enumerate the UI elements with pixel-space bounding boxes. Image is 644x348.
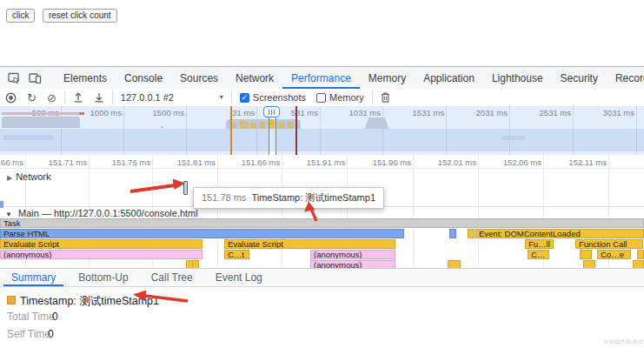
divider	[112, 91, 113, 104]
clear-icon[interactable]: ⊘	[47, 92, 56, 104]
tab-memory[interactable]: Memory	[360, 67, 415, 89]
detail-ruler-label: 152.06 ms	[503, 157, 541, 167]
record-icon[interactable]	[5, 92, 17, 104]
flame-bar-c[interactable]: C…	[528, 250, 549, 259]
overview-dim-right	[276, 106, 644, 155]
tab-recorder[interactable]: Recorder	[607, 67, 644, 89]
tab-security[interactable]: Security	[552, 67, 607, 89]
collapsed-triangle-icon: ▶	[7, 174, 12, 182]
trash-icon[interactable]	[381, 92, 390, 103]
flame-bar[interactable]	[633, 260, 644, 268]
tab-lighthouse[interactable]: Lighthouse	[483, 67, 552, 89]
divider	[372, 91, 373, 104]
flame-bar-evaluate-script[interactable]: Evaluate Script	[224, 239, 395, 249]
flame-bar[interactable]	[192, 260, 199, 268]
devtools-tab-bar: ElementsConsoleSourcesNetworkPerformance…	[0, 67, 644, 90]
tooltip-time: 151.78 ms	[202, 192, 246, 203]
flame-bar[interactable]	[468, 229, 475, 238]
timestamp-event-marker[interactable]	[183, 181, 188, 195]
chevron-down-icon: ▾	[220, 94, 223, 101]
page-button-row: click reset click count	[6, 6, 121, 23]
tooltip-text: TimeStamp: 测试timeStamp1	[251, 192, 375, 203]
save-profile-icon[interactable]	[94, 92, 104, 103]
flame-bar-evaluate-script[interactable]: Evaluate Script	[0, 239, 202, 249]
load-marker-line	[295, 106, 297, 155]
flame-bar[interactable]	[637, 250, 644, 259]
checkbox-checked-icon: ✓	[240, 93, 249, 103]
tab-application[interactable]: Application	[415, 67, 483, 89]
timeline-detail-pane[interactable]: 151.66 ms151.71 ms151.76 ms151.81 ms151.…	[0, 155, 644, 268]
bottom-tab-event-log[interactable]: Event Log	[208, 269, 270, 286]
main-thread-section-header[interactable]: ▼ Main — http://127.0.0.1:5500/console.h…	[5, 208, 198, 218]
checkbox-unchecked-icon	[316, 93, 326, 103]
network-section-header[interactable]: ▶Network	[7, 171, 51, 182]
detail-ruler-label: 151.71 ms	[49, 157, 87, 167]
timeline-overview[interactable]: 500 ms1000 ms1500 ms31 ms531 ms1031 ms15…	[0, 106, 644, 155]
detail-gridline	[413, 155, 414, 268]
bottom-tab-bottom-up[interactable]: Bottom-Up	[70, 269, 136, 286]
detail-gridline	[282, 155, 282, 268]
profile-select-value: 127.0.0.1 #2	[121, 93, 174, 103]
summary-title: Timestamp: 测试timeStamp1	[20, 294, 159, 309]
tab-console[interactable]: Console	[116, 67, 171, 89]
self-time-value: 0	[48, 328, 54, 340]
flame-bar[interactable]	[449, 229, 456, 238]
screenshots-checkbox[interactable]: ✓ Screenshots	[240, 93, 306, 103]
flame-bar-fu-ll[interactable]: Fu…ll	[525, 239, 554, 249]
detail-gridline	[217, 155, 218, 268]
tab-performance[interactable]: Performance	[282, 67, 360, 89]
timestamp-color-swatch	[7, 296, 16, 304]
flame-bar-function-call[interactable]: Function Call	[575, 239, 643, 249]
toggle-device-toolbar-icon[interactable]	[29, 73, 42, 84]
bottom-tab-call-tree[interactable]: Call Tree	[143, 269, 201, 286]
performance-toolbar: ↻ ⊘ 127.0.0.1 #2 ▾ ✓ Screenshots Memory	[0, 89, 644, 107]
flame-bar-anonymous[interactable]: (anonymous)	[310, 250, 395, 259]
tab-sources[interactable]: Sources	[171, 67, 227, 89]
detail-ruler-label: 151.86 ms	[242, 157, 280, 167]
detail-ruler-label: 151.76 ms	[112, 157, 150, 167]
flame-bar-parse-html[interactable]: Parse HTML	[0, 229, 404, 238]
tab-network[interactable]: Network	[227, 67, 282, 89]
reload-and-record-icon[interactable]: ↻	[27, 92, 37, 104]
total-time-value: 0	[52, 311, 58, 323]
flame-bar-co-e[interactable]: Co…e	[597, 250, 631, 259]
devtools-panel: ElementsConsoleSourcesNetworkPerformance…	[0, 66, 644, 348]
details-tab-bar: SummaryBottom-UpCall TreeEvent Log	[0, 268, 644, 287]
detail-ruler-label: 151.91 ms	[307, 157, 345, 167]
memory-checkbox[interactable]: Memory	[316, 93, 364, 103]
divider	[64, 91, 65, 104]
network-request-fragment	[0, 201, 3, 208]
inspect-element-icon[interactable]	[8, 72, 20, 84]
flame-bar-event-domcontentloaded[interactable]: Event: DOMContentLoaded	[475, 229, 644, 238]
flame-bar-anonymous[interactable]: (anonymous)	[0, 250, 202, 259]
flame-bar[interactable]	[580, 250, 592, 259]
expanded-triangle-icon: ▼	[5, 211, 12, 218]
flame-bar-anonymous[interactable]: (anonymous)	[310, 260, 395, 268]
timestamp-marker-line	[230, 106, 232, 155]
flame-bar-task[interactable]: Task	[0, 218, 644, 228]
bottom-tab-summary[interactable]: Summary	[3, 269, 63, 286]
flame-bar[interactable]	[583, 260, 595, 268]
detail-ruler-label: 152.11 ms	[568, 157, 607, 167]
timestamp-tooltip: 151.78 msTimeStamp: 测试timeStamp1	[193, 187, 384, 209]
summary-panel: Timestamp: 测试timeStamp1 Total Time 0 Sel…	[0, 287, 644, 348]
selection-window-handle[interactable]	[263, 106, 280, 117]
detail-ruler-label: 151.96 ms	[373, 157, 411, 167]
flame-bar[interactable]	[448, 260, 461, 268]
divider	[231, 91, 232, 104]
click-button[interactable]: click	[6, 9, 35, 23]
detail-ruler-label: 151.81 ms	[177, 157, 216, 167]
flame-bar-c-t[interactable]: C…t	[224, 250, 249, 259]
detail-ruler-label: 152.01 ms	[438, 157, 476, 167]
overview-dim-left	[0, 106, 269, 155]
self-time-label: Self Time	[7, 328, 50, 340]
watermark: ＠前端性能调试笔记	[603, 338, 644, 346]
total-time-label: Total Time	[7, 311, 55, 323]
reset-click-count-button[interactable]: reset click count	[43, 9, 117, 23]
load-profile-icon[interactable]	[73, 92, 83, 103]
profile-select[interactable]: 127.0.0.1 #2 ▾	[121, 93, 223, 103]
tab-elements[interactable]: Elements	[55, 67, 116, 89]
detail-ruler-label: 151.66 ms	[0, 157, 23, 167]
detail-gridline	[478, 155, 479, 268]
